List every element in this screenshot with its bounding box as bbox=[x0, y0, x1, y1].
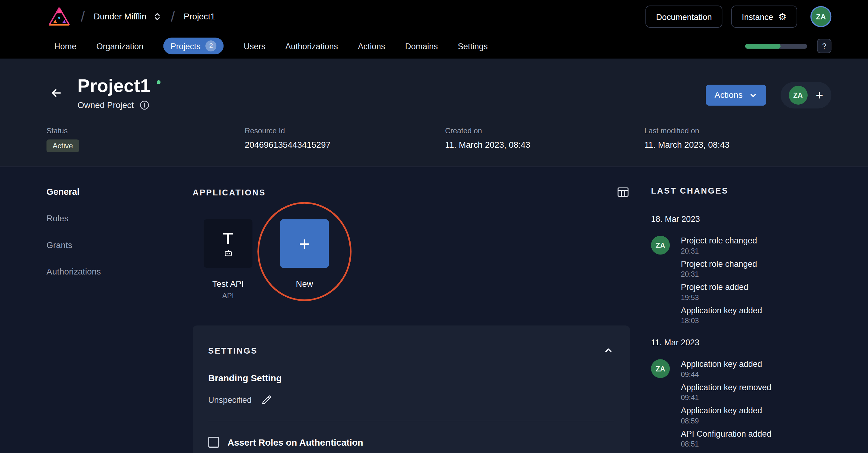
change-event-title: Application key removed bbox=[681, 383, 828, 392]
change-avatar: ZA bbox=[651, 359, 670, 378]
application-card-test-api[interactable]: T Test API API bbox=[202, 219, 255, 300]
app-window: / Dunder Mifflin / Project1 Documentatio… bbox=[0, 0, 868, 453]
table-icon bbox=[617, 187, 629, 197]
org-name: Dunder Mifflin bbox=[94, 12, 146, 22]
change-event[interactable]: Application key removed 09:41 bbox=[681, 383, 828, 402]
sidebar-item-roles[interactable]: Roles bbox=[46, 214, 193, 223]
nav-tab-users[interactable]: Users bbox=[244, 41, 265, 51]
breadcrumb-separator: / bbox=[81, 8, 85, 25]
table-view-toggle[interactable] bbox=[616, 186, 630, 198]
change-event-time: 08:51 bbox=[681, 440, 828, 448]
nav-tab-authorizations[interactable]: Authorizations bbox=[285, 41, 338, 51]
project-meta: Status Active Resource Id 20469613544341… bbox=[46, 127, 831, 152]
assert-roles-row: Assert Roles on Authentication bbox=[208, 437, 614, 448]
documentation-button[interactable]: Documentation bbox=[646, 5, 722, 28]
change-event[interactable]: Project role changed 20:31 bbox=[681, 236, 828, 255]
new-application-label: New bbox=[296, 279, 313, 289]
branding-setting-label: Branding Setting bbox=[208, 373, 614, 383]
change-group: ZA Application key added 09:44 Applicati… bbox=[651, 359, 828, 452]
change-event[interactable]: Application key added 09:44 bbox=[681, 359, 828, 379]
applications-heading: APPLICATIONS bbox=[193, 187, 266, 197]
topbar: / Dunder Mifflin / Project1 Documentatio… bbox=[0, 0, 868, 33]
nav-tab-domains[interactable]: Domains bbox=[405, 41, 438, 51]
chevron-up-icon bbox=[603, 345, 613, 355]
project-header: Project1 Owned Project Actions ZA + bbox=[0, 59, 868, 167]
created-on-label: Created on bbox=[445, 127, 644, 135]
member-avatar[interactable]: ZA bbox=[788, 86, 807, 105]
change-event[interactable]: Project role added 19:53 bbox=[681, 282, 828, 301]
change-event[interactable]: Application key added 18:03 bbox=[681, 305, 828, 325]
meta-modified: Last modified on 11. March 2023, 08:43 bbox=[644, 127, 831, 152]
change-event-title: Project role changed bbox=[681, 259, 828, 269]
resource-id-value: 204696135443415297 bbox=[245, 140, 445, 150]
project-members[interactable]: ZA + bbox=[780, 82, 831, 108]
branding-setting-value: Unspecified bbox=[208, 395, 251, 405]
change-group: ZA Project role changed 20:31 Project ro… bbox=[651, 236, 828, 329]
info-icon[interactable] bbox=[140, 100, 149, 110]
change-event[interactable]: API Configuration added 08:51 bbox=[681, 429, 828, 448]
robot-icon bbox=[224, 250, 232, 257]
page-title: Project1 bbox=[78, 75, 151, 96]
usage-progress-bar bbox=[745, 43, 807, 48]
instance-button[interactable]: Instance ⚙ bbox=[731, 5, 797, 28]
new-application-highlight: + New bbox=[278, 219, 331, 289]
main-panel: APPLICATIONS T Test API API bbox=[193, 186, 630, 453]
instance-button-label: Instance bbox=[742, 12, 773, 22]
change-event-title: Project role added bbox=[681, 282, 828, 292]
settings-card: SETTINGS Branding Setting Unspecified As… bbox=[193, 325, 630, 453]
help-button[interactable]: ? bbox=[817, 39, 832, 53]
nav-tab-projects[interactable]: Projects 2 bbox=[163, 37, 224, 54]
applications-grid: T Test API API + New bbox=[193, 219, 630, 300]
change-event-time: 18:03 bbox=[681, 317, 828, 325]
nav-tab-projects-label: Projects bbox=[170, 41, 200, 51]
status-badge: Active bbox=[46, 139, 79, 152]
edit-branding-button[interactable] bbox=[260, 394, 273, 406]
sidebar-item-grants[interactable]: Grants bbox=[46, 240, 193, 250]
sidebar-item-general[interactable]: General bbox=[46, 187, 193, 197]
last-changes-heading: LAST CHANGES bbox=[651, 186, 828, 195]
change-group-date: 18. Mar 2023 bbox=[651, 214, 828, 224]
breadcrumb-project[interactable]: Project1 bbox=[184, 12, 215, 22]
project-header-actions: Actions ZA + bbox=[706, 82, 832, 108]
change-avatar: ZA bbox=[651, 236, 670, 255]
change-event-time: 20:31 bbox=[681, 270, 828, 279]
change-event-title: Application key added bbox=[681, 406, 828, 415]
nav-tab-actions[interactable]: Actions bbox=[358, 41, 385, 51]
assert-roles-checkbox[interactable] bbox=[208, 437, 219, 448]
nav-tab-organization[interactable]: Organization bbox=[96, 41, 144, 51]
app-logo-icon[interactable] bbox=[46, 5, 72, 28]
actions-button[interactable]: Actions bbox=[706, 85, 766, 105]
new-application-card[interactable]: + New bbox=[278, 219, 331, 289]
arrow-left-icon bbox=[50, 87, 63, 100]
collapse-settings-button[interactable] bbox=[602, 344, 615, 357]
new-application-tile[interactable]: + bbox=[280, 219, 329, 268]
actions-button-label: Actions bbox=[714, 90, 742, 100]
change-event-title: API Configuration added bbox=[681, 429, 828, 439]
change-event[interactable]: Application key added 08:59 bbox=[681, 406, 828, 425]
nav-tab-settings[interactable]: Settings bbox=[458, 41, 488, 51]
settings-heading: SETTINGS bbox=[208, 346, 258, 355]
change-event-time: 19:53 bbox=[681, 293, 828, 301]
change-event-time: 08:59 bbox=[681, 417, 828, 425]
application-initial: T bbox=[223, 230, 233, 247]
plus-icon: + bbox=[299, 234, 310, 253]
meta-created: Created on 11. March 2023, 08:43 bbox=[445, 127, 644, 152]
application-tile: T bbox=[204, 219, 252, 268]
application-name: Test API bbox=[212, 279, 244, 289]
change-event[interactable]: Project role changed 20:31 bbox=[681, 259, 828, 279]
last-changes-panel: LAST CHANGES 18. Mar 2023 ZA Project rol… bbox=[651, 186, 828, 452]
chevron-down-icon bbox=[749, 91, 757, 99]
status-label: Status bbox=[46, 127, 245, 135]
modified-on-label: Last modified on bbox=[644, 127, 831, 135]
projects-count-badge: 2 bbox=[206, 40, 217, 52]
change-event-title: Project role changed bbox=[681, 236, 828, 245]
nav-tab-home[interactable]: Home bbox=[54, 41, 76, 51]
content-area: General Roles Grants Authorizations APPL… bbox=[0, 167, 868, 453]
back-button[interactable] bbox=[46, 83, 66, 105]
sidebar-item-authorizations[interactable]: Authorizations bbox=[46, 267, 193, 277]
change-event-time: 09:41 bbox=[681, 394, 828, 402]
add-member-button[interactable]: + bbox=[816, 89, 823, 102]
user-avatar[interactable]: ZA bbox=[810, 6, 831, 27]
org-switcher[interactable]: Dunder Mifflin bbox=[94, 12, 162, 22]
resource-id-label: Resource Id bbox=[245, 127, 445, 135]
